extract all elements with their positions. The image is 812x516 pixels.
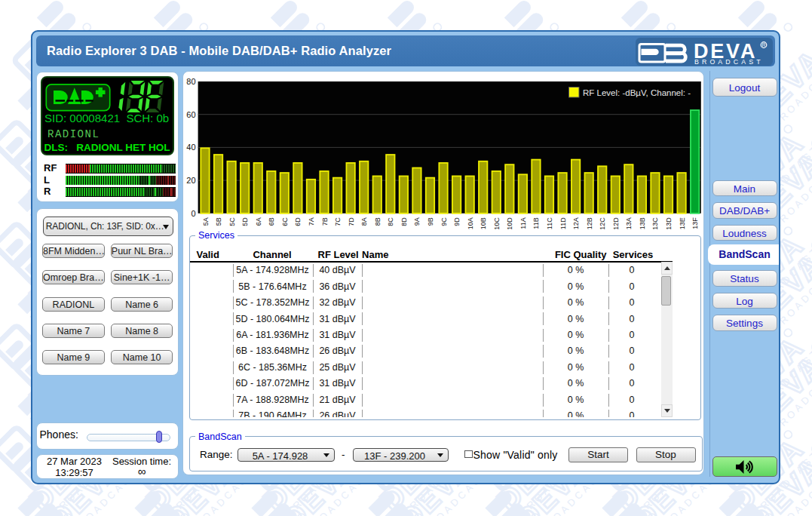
svg-text:13C: 13C <box>651 217 659 230</box>
svg-text:8C: 8C <box>387 217 394 226</box>
svg-text:7D: 7D <box>348 217 355 226</box>
svg-text:9A: 9A <box>413 217 421 226</box>
svg-text:6D: 6D <box>294 217 302 226</box>
svg-text:10C: 10C <box>493 217 501 230</box>
svg-text:80: 80 <box>186 77 195 86</box>
svg-text:11A: 11A <box>519 217 527 229</box>
svg-text:12B: 12B <box>586 217 593 229</box>
svg-text:12D: 12D <box>612 217 620 230</box>
svg-text:11C: 11C <box>546 217 553 229</box>
svg-text:40: 40 <box>186 143 195 152</box>
svg-text:10A: 10A <box>467 217 474 229</box>
svg-text:9D: 9D <box>453 217 461 226</box>
svg-text:6B: 6B <box>268 217 275 226</box>
svg-text:6C: 6C <box>281 217 289 226</box>
svg-text:5A: 5A <box>202 217 210 226</box>
svg-text:13D: 13D <box>665 217 673 230</box>
svg-text:7A: 7A <box>308 217 315 226</box>
svg-text:13E: 13E <box>679 217 686 229</box>
svg-text:RF Level: -dBµV, Channel: -: RF Level: -dBµV, Channel: - <box>583 88 691 97</box>
svg-text:11B: 11B <box>532 217 540 229</box>
svg-text:9C: 9C <box>440 217 448 226</box>
svg-text:8A: 8A <box>360 217 368 226</box>
svg-text:13B: 13B <box>639 217 646 229</box>
svg-text:BROADCAST: BROADCAST <box>694 58 764 66</box>
svg-text:8B: 8B <box>374 217 381 226</box>
svg-text:7B: 7B <box>321 217 329 226</box>
svg-text:9B: 9B <box>427 217 434 226</box>
svg-text:0: 0 <box>191 209 195 218</box>
svg-text:13F: 13F <box>691 217 699 229</box>
svg-text:60: 60 <box>186 110 195 119</box>
svg-text:20: 20 <box>186 176 195 185</box>
svg-text:8D: 8D <box>400 217 408 226</box>
svg-text:R: R <box>761 42 765 48</box>
svg-text:10B: 10B <box>480 217 487 229</box>
svg-text:5B: 5B <box>215 217 222 226</box>
svg-text:12C: 12C <box>599 217 606 230</box>
svg-text:5D: 5D <box>241 217 249 226</box>
svg-text:6A: 6A <box>255 217 262 226</box>
svg-text:12A: 12A <box>572 217 580 229</box>
svg-text:10D: 10D <box>506 217 513 230</box>
svg-text:13A: 13A <box>625 217 633 229</box>
svg-text:11D: 11D <box>559 217 567 229</box>
svg-text:7C: 7C <box>334 217 342 226</box>
svg-text:5C: 5C <box>228 217 236 226</box>
